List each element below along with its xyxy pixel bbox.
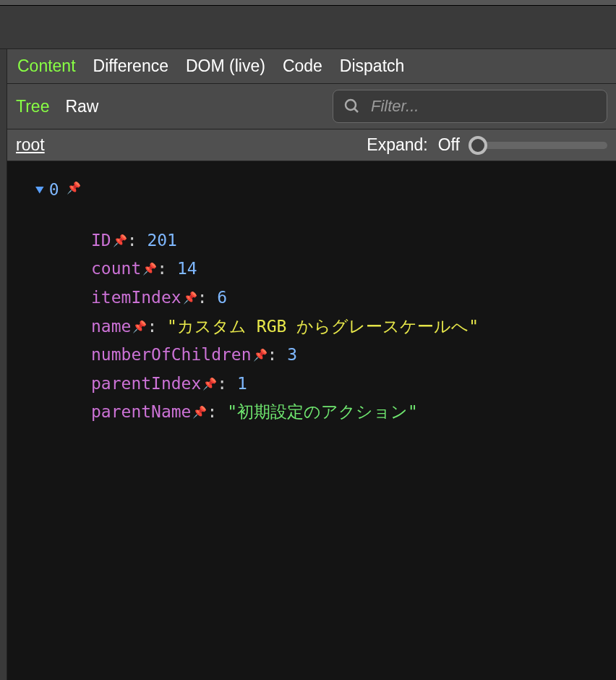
main-tabs: Content Difference DOM (live) Code Dispa… [7,49,616,84]
pin-icon[interactable]: 📌 [183,291,197,305]
gutter [0,49,7,680]
svg-line-1 [354,109,358,112]
entry-value: "カスタム RGB からグレースケールへ" [167,317,479,336]
pin-icon[interactable]: 📌 [192,405,207,419]
entry-key: ID [91,231,111,250]
entry-colon: : [147,317,167,336]
breadcrumb-root[interactable]: root [16,135,45,155]
tree-entries: ID📌: 201count📌: 14itemIndex📌: 6name📌: "カ… [91,228,607,425]
expand-slider-knob[interactable] [469,136,487,155]
entry-key: itemIndex [91,288,181,307]
entry-key: parentIndex [91,374,201,393]
entry-colon: : [268,345,288,364]
subtab-tree[interactable]: Tree [16,97,49,116]
tree-entry: count📌: 14 [91,256,607,282]
disclosure-triangle-icon[interactable]: ▼ [35,181,44,199]
entry-value: 14 [177,259,197,278]
pin-icon[interactable]: 📌 [132,320,147,333]
tree-node-root[interactable]: ▼ 0 📌 [36,177,607,203]
entry-key: count [91,259,141,278]
expand-state: Off [438,135,460,155]
pin-icon[interactable]: 📌 [113,234,127,247]
pin-icon[interactable]: 📌 [253,348,268,362]
tab-difference[interactable]: Difference [93,56,168,76]
entry-colon: : [197,288,218,307]
tab-dispatch[interactable]: Dispatch [340,56,404,76]
expand-slider[interactable] [470,142,607,149]
pin-icon[interactable]: 📌 [67,179,81,197]
sub-tabs: Tree Raw [16,97,98,116]
expand-label: Expand: [367,135,427,155]
entry-colon: : [207,402,227,421]
filter-field[interactable] [333,90,607,123]
entry-value: "初期設定のアクション" [227,402,418,421]
entry-key: numberOfChildren [91,345,252,364]
entry-value: 3 [287,345,297,364]
tab-code[interactable]: Code [283,56,322,76]
tree-entry: parentIndex📌: 1 [91,371,607,397]
tree-entry: name📌: "カスタム RGB からグレースケールへ" [91,314,607,340]
svg-point-0 [346,100,356,110]
tree-entry: parentName📌: "初期設定のアクション" [91,399,607,425]
filter-input[interactable] [371,97,596,116]
pin-icon[interactable]: 📌 [202,377,217,391]
subtab-raw[interactable]: Raw [65,97,98,116]
tree-node-index: 0 [49,177,59,203]
tab-dom-live[interactable]: DOM (live) [186,56,265,76]
entry-key: parentName [91,402,191,421]
pin-icon[interactable]: 📌 [142,262,157,276]
tree-entry: ID📌: 201 [91,228,607,254]
entry-value: 1 [237,374,247,393]
search-icon [343,98,361,115]
entry-colon: : [127,231,147,250]
entry-value: 6 [217,288,227,307]
tree-view: ▼ 0 📌 ID📌: 201count📌: 14itemIndex📌: 6nam… [7,161,616,680]
entry-colon: : [217,374,237,393]
tree-entry: numberOfChildren📌: 3 [91,342,607,368]
entry-key: name [91,317,131,336]
entry-colon: : [157,259,177,278]
entry-value: 201 [147,231,177,250]
tree-entry: itemIndex📌: 6 [91,285,607,311]
tab-content[interactable]: Content [17,56,76,76]
